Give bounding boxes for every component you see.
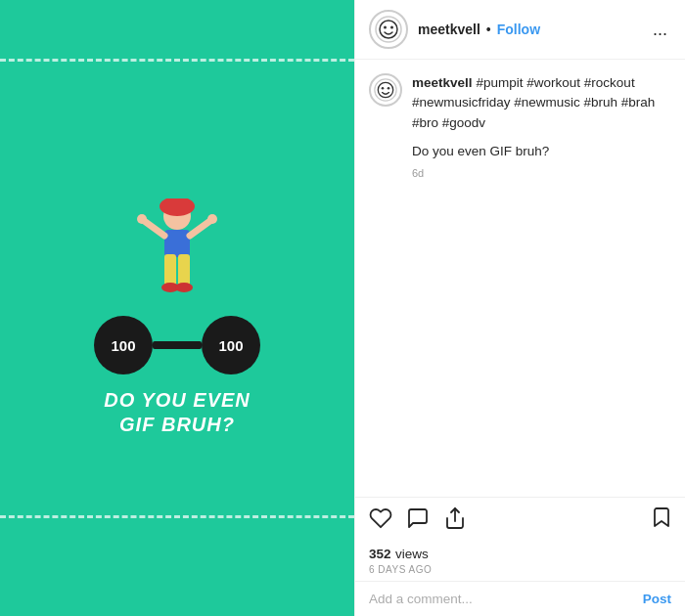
svg-point-14 bbox=[384, 26, 387, 29]
like-button[interactable] bbox=[369, 506, 392, 534]
views-label: views bbox=[395, 547, 429, 561]
barbell-bar bbox=[153, 341, 202, 349]
svg-rect-9 bbox=[178, 254, 190, 286]
avatar bbox=[369, 10, 408, 49]
caption-area: meetkvell#pumpit #workout #rockout #newm… bbox=[355, 60, 685, 497]
svg-rect-3 bbox=[164, 230, 190, 257]
gif-illustration: 100 100 DO YOU EVEN GIF BRUH? bbox=[94, 198, 260, 437]
svg-point-7 bbox=[207, 214, 217, 224]
gif-text: DO YOU EVEN GIF BRUH? bbox=[104, 388, 251, 437]
post-header: meetkvell • Follow ... bbox=[355, 0, 685, 60]
share-button[interactable] bbox=[443, 506, 467, 534]
post-comment-button[interactable]: Post bbox=[643, 592, 671, 606]
post-image: 100 100 DO YOU EVEN GIF BRUH? bbox=[0, 0, 354, 616]
svg-point-6 bbox=[137, 214, 147, 224]
svg-point-18 bbox=[382, 87, 385, 90]
caption-avatar bbox=[369, 73, 402, 107]
header-username: meetkvell bbox=[418, 22, 480, 37]
comment-input[interactable] bbox=[369, 592, 643, 606]
right-panel: meetkvell • Follow ... meetkve bbox=[354, 0, 685, 616]
weight-right: 100 bbox=[202, 316, 260, 374]
barbell: 100 100 bbox=[94, 316, 260, 374]
caption-text-block: meetkvell#pumpit #workout #rockout #newm… bbox=[412, 73, 671, 179]
header-info: meetkvell • Follow bbox=[418, 22, 649, 37]
avatar-ring bbox=[369, 10, 408, 49]
caption-time: 6d bbox=[412, 167, 671, 179]
caption-avatar-ring bbox=[369, 73, 402, 107]
svg-rect-8 bbox=[164, 254, 176, 286]
svg-line-5 bbox=[190, 220, 211, 236]
comment-button[interactable] bbox=[406, 506, 430, 534]
svg-point-15 bbox=[390, 26, 393, 29]
dot-separator: • bbox=[486, 22, 491, 37]
bookmark-button[interactable] bbox=[650, 506, 671, 535]
views-section: 352 views 6 DAYS AGO bbox=[355, 543, 685, 581]
views-count: 352 bbox=[369, 547, 391, 561]
more-button[interactable]: ... bbox=[649, 20, 671, 40]
weight-left: 100 bbox=[94, 316, 153, 374]
svg-point-19 bbox=[388, 87, 390, 90]
caption-avatar-svg bbox=[374, 78, 397, 102]
caption-description: Do you even GIF bruh? bbox=[412, 143, 671, 161]
dashed-line-bottom bbox=[0, 515, 354, 518]
figure-svg bbox=[114, 198, 241, 326]
svg-point-11 bbox=[175, 283, 193, 292]
follow-button[interactable]: Follow bbox=[497, 22, 540, 37]
caption-username: meetkvell bbox=[412, 75, 473, 90]
avatar-face-svg bbox=[375, 16, 402, 43]
comment-input-row: Post bbox=[355, 581, 685, 616]
time-ago: 6 DAYS AGO bbox=[369, 564, 671, 575]
dashed-line-top bbox=[0, 59, 354, 62]
svg-rect-2 bbox=[162, 202, 192, 210]
actions-bar bbox=[355, 497, 685, 543]
svg-line-4 bbox=[143, 220, 164, 236]
caption-row: meetkvell#pumpit #workout #rockout #newm… bbox=[369, 73, 671, 179]
